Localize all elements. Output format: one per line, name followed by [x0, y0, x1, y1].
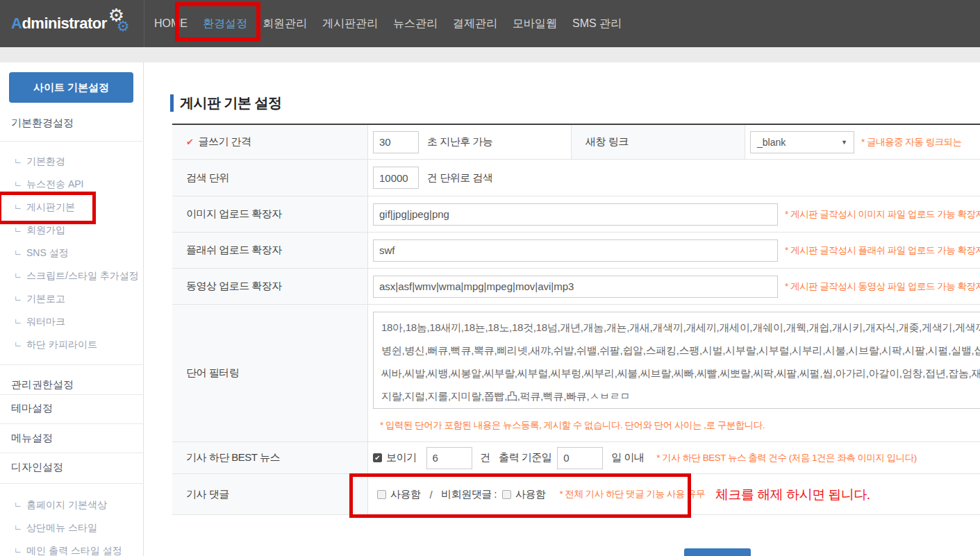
nav-item-boards[interactable]: 게시판관리 [322, 17, 378, 31]
save-button[interactable] [684, 548, 751, 556]
branch-icon: ㄴ [14, 316, 22, 328]
divider [0, 423, 144, 424]
guest-comment-use-checkbox[interactable] [502, 490, 511, 499]
sidebar-section-basic-env[interactable]: 기본환경설정 [11, 115, 74, 130]
image-ext-input[interactable] [373, 203, 778, 226]
logo: Administrator ⚙ ⚙ [11, 0, 135, 47]
nav-item-news[interactable]: 뉴스관리 [393, 17, 438, 31]
branch-icon: ㄴ [14, 522, 22, 534]
flash-ext-cell: * 게시판 글작성시 플래쉬 파일 업로드 가능 확장자. | [368, 233, 980, 268]
select-value: _blank [757, 137, 786, 148]
nav-item-sms[interactable]: SMS 관리 [572, 17, 622, 31]
logo-accent-letter: A [11, 15, 22, 32]
word-filter-line: 씨바,씨발,씨뱅,씨봉알,씨부랄,씨부럴,씨부렁,씨부리,씨불,씨브랄,씨빠,씨… [381, 362, 980, 385]
best-news-count-input[interactable] [426, 447, 472, 469]
divider [0, 453, 144, 453]
sidebar-item-basic-logo[interactable]: ㄴ기본로고 [14, 287, 65, 310]
word-filter-line: 병쉰,병신,뻐큐,뻑큐,뽁큐,삐리넷,새꺄,쉬발,쉬밸,쉬팔,쉽알,스패킹,스팽… [381, 339, 980, 362]
sidebar-item-signup[interactable]: ㄴ회원가입 [14, 219, 65, 242]
sidebar-section-menu[interactable]: 메뉴설정 [11, 430, 53, 446]
word-filter-textarea[interactable]: 18아,18놈,18새끼,18뇬,18노,18것,18넘,개년,개놈,개뇬,개새… [373, 312, 980, 409]
video-ext-input[interactable] [373, 276, 778, 298]
check-icon: ✔ [186, 137, 193, 147]
label-text: 이미지 업로드 확장자 [186, 208, 282, 221]
flash-ext-note: * 게시판 글작성시 플래쉬 파일 업로드 가능 확장자. | [785, 244, 980, 257]
word-filter-note: * 입력된 단어가 포함된 내용은 뉴스등록, 게시할 수 없습니다. 단어와 … [380, 419, 765, 432]
logo-gears: ⚙ ⚙ [107, 6, 135, 41]
sidebar-item-homepage-colors[interactable]: ㄴ홈페이지 기본색상 [14, 494, 107, 516]
page-title: 게시판 기본 설정 [170, 94, 282, 112]
nav-item-payments[interactable]: 결제관리 [453, 17, 497, 31]
sidebar-section-theme[interactable]: 테마설정 [11, 401, 53, 416]
divider [0, 394, 144, 395]
sidebar-item-label: 회원가입 [26, 224, 65, 237]
flash-ext-input[interactable] [373, 239, 778, 262]
label-text: 새창 링크 [585, 135, 629, 149]
title-accent-bar [170, 94, 174, 112]
label-text: 플래쉬 업로드 확장자 [186, 244, 282, 257]
flash-ext-label: 플래쉬 업로드 확장자 [172, 233, 368, 268]
best-news-days-input[interactable] [557, 447, 603, 469]
branch-icon: ㄴ [14, 293, 22, 305]
sidebar-item-topmenu-style[interactable]: ㄴ상단메뉴 스타일 [14, 516, 97, 539]
new-window-link-note: * 글내용중 자동 링크되는 [861, 136, 962, 149]
branch-icon: ㄴ [14, 178, 22, 190]
word-filter-cell: 18아,18놈,18새끼,18뇬,18노,18것,18넘,개년,개놈,개뇬,개새… [368, 305, 980, 441]
sidebar-item-script-style[interactable]: ㄴ스크립트/스타일 추가설정 [14, 264, 139, 287]
settings-table: ✔ 글쓰기 간격 초 지난후 가능 새창 링크 _blank ▼ * 글내용중 … [172, 124, 980, 515]
chevron-down-icon: ▼ [841, 139, 847, 146]
sidebar-item-footer-copyright[interactable]: ㄴ하단 카피라이트 [14, 333, 97, 356]
branch-icon: ㄴ [14, 499, 22, 511]
sidebar-item-sns[interactable]: ㄴSNS 설정 [14, 242, 69, 264]
divider [144, 0, 144, 47]
best-news-show-checkbox[interactable]: ✔ [373, 453, 382, 462]
search-unit-input[interactable] [373, 167, 419, 189]
branch-icon: ㄴ [14, 339, 22, 351]
table-row: ✔ 글쓰기 간격 초 지난후 가능 새창 링크 _blank ▼ * 글내용중 … [172, 125, 980, 160]
word-filter-line: 18아,18놈,18새끼,18뇬,18노,18것,18넘,개년,개놈,개뇬,개새… [381, 316, 980, 339]
new-window-link-cell: _blank ▼ * 글내용중 자동 링크되는 [745, 125, 980, 159]
best-news-basis-label: 출력 기준일 [499, 451, 551, 464]
video-ext-cell: * 게시판 글작성시 동영상 파일 업로드 가능 확장자. | [368, 269, 980, 304]
video-ext-label: 동영상 업로드 확장자 [172, 269, 368, 304]
branch-icon: ㄴ [14, 247, 22, 259]
sidebar-item-main-output-style[interactable]: ㄴ메인 출력 스타일 설정 [14, 539, 122, 556]
branch-icon: ㄴ [14, 270, 22, 282]
nav-item-home[interactable]: HOME [154, 17, 188, 30]
sidebar-item-news-api[interactable]: ㄴ뉴스전송 API [14, 173, 83, 196]
sidebar-item-label: 기본로고 [26, 293, 65, 305]
sidebar-section-admin-rights[interactable]: 관리권한설정 [11, 363, 74, 392]
nav-item-members[interactable]: 회원관리 [263, 17, 307, 31]
branch-icon: ㄴ [14, 224, 22, 236]
subheader-strip [0, 47, 980, 62]
sidebar-item-board-basic[interactable]: ㄴ게시판기본 [14, 196, 75, 219]
table-row: 검색 단위 건 단위로 검색 [172, 160, 980, 196]
separator-text: / [430, 489, 433, 500]
comment-use-checkbox[interactable] [377, 490, 386, 499]
nav-item-settings[interactable]: 환경설정 [203, 17, 247, 31]
sidebar-section-design[interactable]: 디자인설정 [11, 460, 63, 475]
word-filter-label: 단어 필터링 [172, 305, 368, 441]
nav-item-mobile[interactable]: 모바일웹 [513, 17, 557, 31]
write-interval-input[interactable] [373, 131, 419, 153]
best-news-show-label: 보이기 [386, 451, 417, 464]
image-ext-label: 이미지 업로드 확장자 [172, 196, 368, 232]
image-ext-cell: * 게시판 글작성시 이미지 파일 업로드 가능 확장자. | [368, 196, 980, 232]
branch-icon: ㄴ [14, 545, 22, 556]
sidebar-item-label: 메인 출력 스타일 설정 [26, 545, 122, 556]
guest-comment-use-label: 사용함 [515, 488, 546, 501]
new-window-link-select[interactable]: _blank ▼ [750, 131, 854, 153]
label-text: 글쓰기 간격 [198, 135, 251, 149]
sidebar-item-watermark[interactable]: ㄴ워터마크 [14, 310, 65, 333]
table-row: 동영상 업로드 확장자 * 게시판 글작성시 동영상 파일 업로드 가능 확장자… [172, 269, 980, 305]
site-basic-settings-button[interactable]: 사이트 기본설정 [9, 72, 133, 103]
search-unit-label: 검색 단위 [172, 160, 368, 196]
article-comment-cell: 사용함 / 비회원댓글 : 사용함 * 전체 기사 하단 댓글 기능 사용 유무 [368, 474, 980, 514]
table-row: 이미지 업로드 확장자 * 게시판 글작성시 이미지 파일 업로드 가능 확장자… [172, 196, 980, 233]
sidebar-item-basic-env[interactable]: ㄴ기본환경 [14, 150, 65, 173]
app-header: Administrator ⚙ ⚙ HOME 환경설정 회원관리 게시판관리 뉴… [0, 0, 980, 47]
write-interval-cell: 초 지난후 가능 [368, 125, 572, 159]
gear-filled-icon: ⚙ [117, 19, 130, 33]
label-text: 동영상 업로드 확장자 [186, 280, 282, 293]
table-row: 기사 하단 BEST 뉴스 ✔ 보이기 건 출력 기준일 일 이내 * 기사 하… [172, 442, 980, 474]
